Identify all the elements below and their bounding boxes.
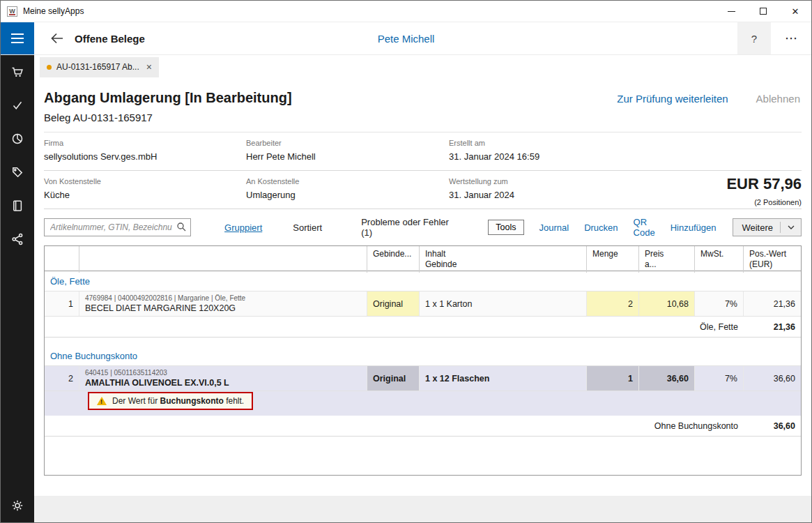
pos-wert-cell: 36,60 [744,366,801,391]
settings-gear-icon [10,499,24,513]
column-header-number [45,246,79,273]
group-sum-value: 36,60 [744,421,801,431]
column-header-mwst[interactable]: MwSt. [695,246,744,273]
minimize-icon [728,11,735,12]
sidebar-item-reports[interactable] [1,122,34,156]
cart-icon [10,65,24,79]
more-options-button[interactable]: ⋯ [771,22,811,54]
gebinde-cell[interactable]: Original [367,366,420,391]
table-row-selected[interactable]: 2 640415 | 05011635114203 AMALTHIA OLIVE… [45,365,801,391]
warning-text: Der Wert für Buchungskonto fehlt. [112,396,244,406]
tab-document[interactable]: AU-0131-165917 Ab... × [40,57,159,77]
menge-cell[interactable]: 2 [587,291,639,316]
window-title: Meine sellyApps [23,6,84,16]
status-bar [34,496,811,522]
row-number: 1 [45,291,79,316]
app-header: Offene Belege Pete Michell ? ⋯ [1,22,811,55]
tab-label: AU-0131-165917 Ab... [56,62,139,72]
group-header: Öle, Fette [45,271,801,291]
column-header-inhalt[interactable]: Inhalt Gebinde [420,246,587,273]
group-sum-label: Öle, Fette [45,322,744,332]
tools-button[interactable]: Tools [488,220,523,235]
article-cell: 4769984 | 04000492002816 | Margarine | Ö… [79,291,367,316]
document-number: Beleg AU-0131-165917 [44,112,802,123]
inhalt-cell: 1 x 12 Flaschen [420,366,587,391]
document-total: EUR 57,96 (2 Positionen) [726,175,802,206]
search-icon[interactable] [176,222,187,232]
print-link[interactable]: Drucken [584,222,618,233]
sidebar-item-tasks[interactable] [1,89,34,122]
forward-for-review-link[interactable]: Zur Prüfung weiterleiten [617,93,728,105]
table-row[interactable]: 1 4769984 | 04000492002816 | Margarine |… [45,291,801,317]
add-item-link[interactable]: Hinzufügen [671,222,717,233]
sidebar-item-cart[interactable] [1,55,34,89]
table-header-row: Gebinde... Inhalt Gebinde Menge Preis a.… [45,246,801,271]
field-von-kostenstelle: Von Kostenstelle Küche [44,177,246,200]
field-an-kostenstelle: An Kostenstelle Umlagerung [246,177,449,200]
tab-bar: AU-0131-165917 Ab... × [34,55,811,79]
sidebar-item-share[interactable] [1,222,34,256]
problems-filter[interactable]: Probleme oder Fehler (1) [361,217,449,238]
gebinde-cell[interactable]: Original [367,291,420,316]
checkmark-icon [10,98,24,112]
column-header-preis[interactable]: Preis a... [639,246,695,273]
preis-cell[interactable]: 10,68 [639,291,695,316]
grouped-toggle[interactable]: Gruppiert [224,222,262,233]
validation-warning[interactable]: Der Wert für Buchungskonto fehlt. [88,392,253,410]
search-input[interactable] [44,218,191,236]
sorted-toggle[interactable]: Sortiert [293,222,322,233]
group-sum-row: Ohne Buchungskonto 36,60 [45,416,801,437]
maximize-button[interactable] [747,1,779,22]
sidebar-item-journal[interactable] [1,189,34,222]
close-button[interactable]: ✕ [779,1,811,22]
user-name[interactable]: Pete Michell [378,33,435,45]
column-header-pos-wert[interactable]: Pos.-Wert (EUR) [744,246,801,273]
pos-wert-cell: 21,36 [744,291,801,316]
field-erstellt-am: Erstellt am 31. Januar 2024 16:59 [449,139,802,162]
chevron-down-icon [788,225,795,230]
sidebar-item-settings[interactable] [1,489,34,522]
document-title: Abgang Umlagerung [In Bearbeitung] [44,90,292,106]
preis-cell[interactable]: 36,60 [639,366,695,391]
menge-cell[interactable]: 1 [587,366,639,391]
column-header-gebinde[interactable]: Gebinde... [367,246,420,273]
article-name: AMALTHIA OLIVENOEL EX.VI.0,5 L [85,378,229,388]
validation-warning-row: Der Wert für Buchungskonto fehlt. [45,391,801,416]
mwst-cell: 7% [695,366,744,391]
maximize-icon [760,8,767,15]
document-fields: Firma sellysolutions Serv.ges.mbH Bearbe… [44,132,802,209]
sidebar-item-pricing[interactable] [1,156,34,189]
group-header: Ohne Buchungskonto [45,346,801,365]
tab-close-icon[interactable]: × [146,61,152,73]
price-tag-icon [10,165,24,179]
article-meta: 640415 | 05011635114203 [85,369,167,377]
journal-book-icon [10,199,24,213]
page-title: Offene Belege [75,33,145,45]
hamburger-icon [11,33,24,35]
inhalt-cell: 1 x 1 Karton [420,291,587,316]
pie-chart-icon [10,132,24,146]
article-name: BECEL DIAET MARGARINE 120X20G [85,303,236,313]
more-actions-button[interactable]: Weitere [733,218,802,236]
header-actions: ? ⋯ [737,22,811,54]
item-toolbar: Gruppiert Sortiert Probleme oder Fehler … [44,218,802,237]
qr-code-link[interactable]: QR Code [634,217,655,238]
minimize-button[interactable] [715,1,747,22]
field-bearbeiter: Bearbeiter Herr Pete Michell [246,139,449,162]
mwst-cell: 7% [695,291,744,316]
column-header-description [79,246,367,273]
document-view: Abgang Umlagerung [In Bearbeitung] Zur P… [34,79,811,496]
positions-count: (2 Positionen) [726,198,802,206]
column-header-menge[interactable]: Menge [587,246,639,273]
article-meta: 4769984 | 04000492002816 | Margarine | Ö… [85,294,245,302]
titlebar: W Meine sellyApps ✕ [1,1,811,22]
unsaved-dot-icon [47,65,52,70]
journal-link[interactable]: Journal [539,222,569,233]
menu-button[interactable] [1,22,34,54]
back-button[interactable] [49,31,65,45]
group-sum-value: 21,36 [744,322,801,332]
help-button[interactable]: ? [737,22,771,54]
share-network-icon [10,232,24,246]
reject-link[interactable]: Ablehnen [756,93,800,105]
total-amount: EUR 57,96 [726,175,802,193]
